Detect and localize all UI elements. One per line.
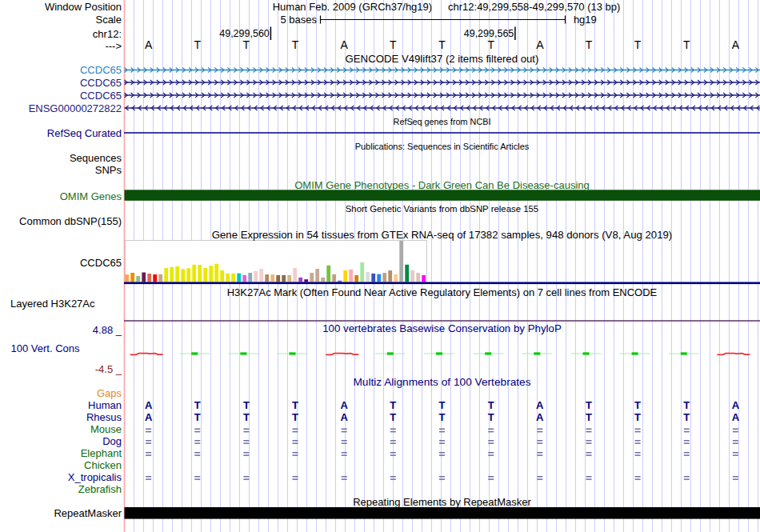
- svg-text:OMIM Gene Phenotypes - Dark Gr: OMIM Gene Phenotypes - Dark Green Can Be…: [294, 179, 590, 191]
- svg-text:T: T: [586, 399, 592, 411]
- svg-text:X_tropicalis: X_tropicalis: [68, 471, 122, 483]
- svg-text:T: T: [194, 38, 201, 51]
- svg-text:49,299,565: 49,299,565: [464, 28, 514, 39]
- svg-text:OMIM Genes: OMIM Genes: [60, 190, 122, 202]
- svg-text:A: A: [341, 411, 349, 423]
- svg-text:T: T: [634, 399, 641, 411]
- svg-text:CCDC65: CCDC65: [80, 64, 122, 76]
- svg-text:T: T: [488, 411, 494, 423]
- svg-text:T: T: [634, 38, 642, 51]
- svg-text:--->: --->: [105, 40, 122, 52]
- svg-text:T: T: [683, 38, 690, 51]
- svg-text:-4.5 _: -4.5 _: [95, 363, 122, 375]
- svg-text:Zebrafish: Zebrafish: [78, 483, 122, 495]
- svg-text:100 Vert. Cons: 100 Vert. Cons: [11, 342, 80, 354]
- svg-text:A: A: [145, 411, 153, 423]
- svg-text:A: A: [732, 399, 740, 411]
- svg-text:T: T: [439, 411, 446, 423]
- svg-text:T: T: [488, 399, 494, 411]
- svg-text:A: A: [341, 399, 349, 411]
- svg-text:Sequences: Sequences: [70, 152, 122, 164]
- svg-text:ENSG00000272822: ENSG00000272822: [29, 102, 122, 114]
- svg-text:T: T: [438, 38, 446, 51]
- svg-text:Short Genetic Variants from db: Short Genetic Variants from dbSNP releas…: [346, 204, 538, 214]
- svg-text:chr12:49,299,558-49,299,570 (1: chr12:49,299,558-49,299,570 (13 bp): [448, 1, 620, 13]
- svg-text:T: T: [634, 411, 641, 423]
- svg-text:Publications: Sequences in Sci: Publications: Sequences in Scientific Ar…: [355, 142, 530, 151]
- svg-text:5 bases: 5 bases: [280, 14, 317, 26]
- svg-text:A: A: [536, 399, 544, 411]
- svg-text:Scale: Scale: [95, 14, 122, 26]
- svg-text:T: T: [292, 399, 298, 411]
- svg-text:RefSeq Curated: RefSeq Curated: [47, 127, 122, 139]
- svg-text:T: T: [586, 411, 592, 423]
- svg-text:A: A: [341, 38, 349, 51]
- svg-text:Gaps: Gaps: [97, 387, 122, 399]
- svg-text:Repeating Elements by RepeatMa: Repeating Elements by RepeatMasker: [353, 496, 531, 508]
- svg-text:Mouse: Mouse: [90, 423, 122, 435]
- svg-text:Human Feb. 2009 (GRCh37/hg19): Human Feb. 2009 (GRCh37/hg19): [273, 1, 432, 13]
- svg-text:A: A: [145, 399, 153, 411]
- svg-text:A: A: [536, 38, 544, 51]
- svg-text:T: T: [390, 38, 397, 51]
- svg-text:CCDC65: CCDC65: [80, 77, 122, 89]
- svg-text:RefSeq genes from NCBI: RefSeq genes from NCBI: [394, 117, 491, 126]
- svg-text:hg19: hg19: [574, 14, 597, 26]
- svg-text:Human: Human: [88, 399, 122, 411]
- svg-text:T: T: [586, 38, 593, 51]
- svg-text:GENCODE V49lift37 (2 items fil: GENCODE V49lift37 (2 items filtered out): [346, 53, 539, 65]
- svg-text:Rhesus: Rhesus: [86, 411, 122, 423]
- svg-text:49,299,560: 49,299,560: [219, 28, 270, 39]
- svg-text:Window Position: Window Position: [45, 1, 122, 13]
- svg-text:T: T: [243, 38, 250, 51]
- svg-text:chr12:: chr12:: [93, 28, 122, 40]
- svg-text:T: T: [683, 411, 690, 423]
- svg-text:RepeatMasker: RepeatMasker: [54, 507, 122, 519]
- svg-text:T: T: [292, 411, 298, 423]
- svg-text:T: T: [243, 411, 250, 423]
- svg-text:4.88 _: 4.88 _: [93, 324, 122, 336]
- svg-text:Layered H3K27Ac: Layered H3K27Ac: [10, 298, 95, 310]
- svg-text:T: T: [292, 38, 299, 51]
- svg-text:T: T: [194, 411, 201, 423]
- svg-text:A: A: [536, 411, 544, 423]
- svg-text:T: T: [439, 399, 446, 411]
- svg-text:Gene Expression in 54 tissues: Gene Expression in 54 tissues from GTEx …: [212, 229, 672, 241]
- svg-text:H3K27Ac Mark (Often Found Near: H3K27Ac Mark (Often Found Near Active Re…: [227, 286, 658, 298]
- svg-text:T: T: [390, 399, 396, 411]
- svg-text:T: T: [243, 399, 250, 411]
- svg-text:Common dbSNP(155): Common dbSNP(155): [19, 215, 122, 227]
- svg-text:100 vertebrates Basewise Conse: 100 vertebrates Basewise Conservation by…: [322, 322, 562, 334]
- svg-text:A: A: [732, 411, 740, 423]
- svg-text:T: T: [390, 411, 396, 423]
- svg-text:T: T: [487, 38, 494, 51]
- svg-text:Elephant: Elephant: [81, 447, 122, 459]
- svg-text:SNPs: SNPs: [95, 164, 122, 176]
- svg-text:CCDC65: CCDC65: [80, 90, 122, 102]
- svg-text:Multiz Alignments of 100 Verte: Multiz Alignments of 100 Vertebrates: [353, 376, 530, 388]
- svg-text:T: T: [194, 399, 201, 411]
- svg-text:T: T: [683, 399, 690, 411]
- svg-text:Chicken: Chicken: [84, 459, 122, 471]
- svg-text:Dog: Dog: [102, 435, 122, 447]
- svg-text:CCDC65: CCDC65: [80, 257, 122, 269]
- svg-text:A: A: [732, 38, 740, 51]
- svg-text:A: A: [145, 38, 153, 51]
